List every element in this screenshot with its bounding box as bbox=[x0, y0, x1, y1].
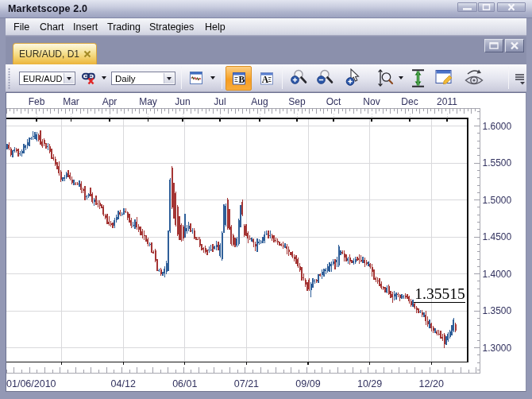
svg-text:09/09: 09/09 bbox=[295, 378, 320, 389]
svg-text:1.35515: 1.35515 bbox=[414, 285, 465, 302]
svg-text:1.3500: 1.3500 bbox=[483, 305, 512, 316]
svg-text:04/12: 04/12 bbox=[111, 378, 136, 389]
svg-text:A: A bbox=[262, 75, 269, 84]
svg-text:Feb: Feb bbox=[29, 96, 45, 107]
svg-text:Mar: Mar bbox=[63, 96, 79, 107]
svg-text:B: B bbox=[238, 75, 245, 84]
svg-text:Sep: Sep bbox=[288, 96, 306, 107]
svg-text:2011: 2011 bbox=[437, 96, 457, 107]
svg-text:1.5500: 1.5500 bbox=[483, 157, 512, 169]
svg-text:Nov: Nov bbox=[363, 96, 380, 107]
svg-text:12/20: 12/20 bbox=[419, 378, 444, 389]
svg-text:May: May bbox=[139, 96, 157, 107]
svg-text:Dec: Dec bbox=[401, 96, 418, 107]
svg-text:07/21: 07/21 bbox=[234, 378, 259, 389]
svg-text:1.4000: 1.4000 bbox=[483, 269, 512, 280]
svg-text:06/01: 06/01 bbox=[172, 378, 197, 389]
svg-text:Jun: Jun bbox=[175, 96, 190, 107]
svg-text:1.3000: 1.3000 bbox=[483, 343, 512, 354]
svg-text:Jul: Jul bbox=[214, 96, 226, 107]
svg-text:10/29: 10/29 bbox=[357, 378, 382, 389]
svg-text:01/06/2010: 01/06/2010 bbox=[6, 378, 56, 389]
svg-text:Aug: Aug bbox=[251, 96, 268, 107]
svg-text:1.4500: 1.4500 bbox=[483, 231, 512, 242]
svg-text:1.5000: 1.5000 bbox=[483, 195, 512, 206]
svg-text:Apr: Apr bbox=[102, 96, 118, 107]
svg-text:1.6000: 1.6000 bbox=[483, 121, 512, 132]
svg-text:Oct: Oct bbox=[326, 96, 341, 107]
